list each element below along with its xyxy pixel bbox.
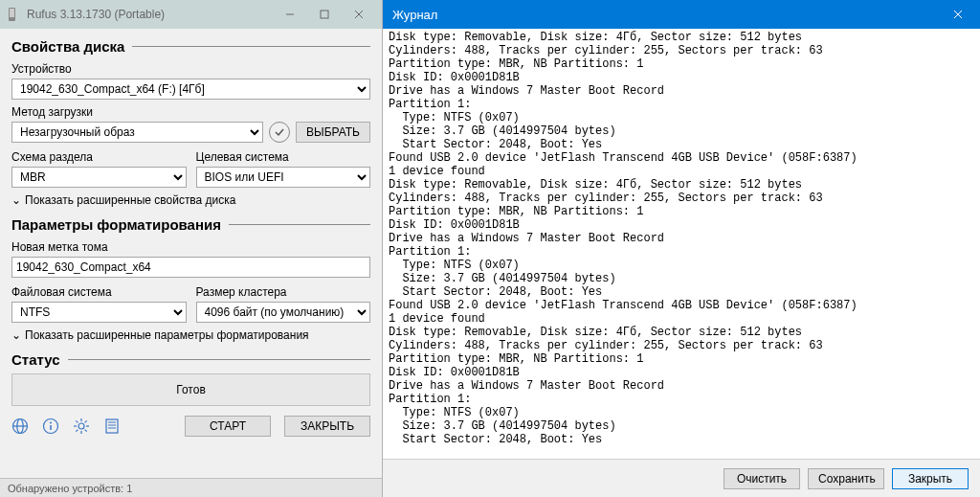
volume-label-caption: Новая метка тома (11, 240, 370, 254)
advanced-format-toggle[interactable]: ⌄ Показать расширенные параметры формати… (11, 328, 370, 342)
main-titlebar[interactable]: Rufus 3.13.1730 (Portable) (0, 0, 382, 29)
svg-line-18 (85, 430, 87, 432)
start-button[interactable]: СТАРТ (185, 416, 271, 437)
log-close-icon[interactable] (936, 0, 980, 29)
partition-scheme-select[interactable]: MBR (11, 167, 187, 188)
target-system-select[interactable]: BIOS или UEFI (196, 167, 371, 188)
section-drive-props: Свойства диска (11, 38, 370, 55)
target-label: Целевая система (196, 150, 371, 164)
device-select[interactable]: 19042_630_Compact_x64 (F:) [4Гб] (11, 79, 370, 100)
log-content: Disk type: Removable, Disk size: 4Гб, Se… (389, 31, 974, 446)
hash-check-icon[interactable] (269, 122, 290, 143)
chevron-down-icon: ⌄ (11, 328, 21, 342)
log-save-button[interactable]: Сохранить (808, 468, 884, 489)
chevron-down-icon: ⌄ (11, 193, 21, 207)
main-title: Rufus 3.13.1730 (Portable) (27, 8, 165, 21)
svg-line-20 (76, 430, 78, 432)
close-button[interactable] (342, 0, 376, 29)
svg-line-17 (76, 420, 78, 422)
advanced-drive-toggle[interactable]: ⌄ Показать расширенные свойства диска (11, 193, 370, 207)
svg-rect-3 (321, 11, 328, 18)
log-icon[interactable] (103, 418, 121, 435)
log-footer: Очистить Сохранить Закрыть (383, 459, 980, 497)
section-format-opts: Параметры форматирования (11, 216, 370, 233)
log-titlebar[interactable]: Журнал (383, 0, 980, 29)
log-window: Журнал Disk type: Removable, Disk size: … (383, 0, 980, 497)
status-bar-footer: Обнаружено устройств: 1 (0, 478, 382, 497)
select-image-button[interactable]: ВЫБРАТЬ (296, 122, 370, 143)
close-main-button[interactable]: ЗАКРЫТЬ (284, 416, 370, 437)
language-icon[interactable] (11, 418, 29, 435)
boot-type-select[interactable]: Незагрузочный образ (11, 122, 263, 143)
cluster-size-select[interactable]: 4096 байт (по умолчанию) (196, 302, 371, 323)
svg-point-10 (50, 422, 52, 424)
settings-icon[interactable] (73, 418, 90, 435)
filesystem-select[interactable]: NTFS (11, 302, 187, 323)
maximize-button[interactable] (307, 0, 342, 29)
cluster-label: Размер кластера (196, 285, 371, 299)
status-progress: Готов (11, 373, 370, 406)
scheme-label: Схема раздела (11, 150, 187, 164)
device-label: Устройство (11, 62, 370, 76)
log-close-button[interactable]: Закрыть (892, 468, 969, 489)
section-status: Статус (11, 351, 370, 368)
log-title: Журнал (392, 8, 437, 22)
log-text-area[interactable]: Disk type: Removable, Disk size: 4Гб, Se… (383, 29, 980, 459)
svg-rect-21 (106, 419, 118, 433)
svg-point-12 (78, 423, 84, 429)
svg-rect-1 (10, 9, 14, 17)
volume-label-input[interactable] (11, 257, 370, 278)
app-icon (6, 7, 21, 22)
log-clear-button[interactable]: Очистить (724, 468, 800, 489)
fs-label: Файловая система (11, 285, 187, 299)
svg-line-19 (85, 420, 87, 422)
minimize-button[interactable] (273, 0, 307, 29)
info-icon[interactable] (42, 418, 59, 435)
boot-label: Метод загрузки (11, 105, 370, 119)
rufus-main-window: Rufus 3.13.1730 (Portable) Свойства диск… (0, 0, 383, 497)
